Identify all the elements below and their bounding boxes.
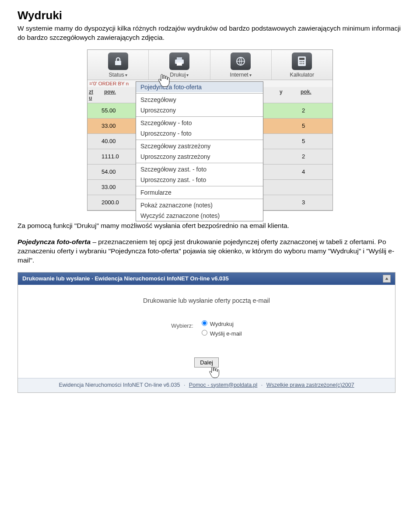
toolbar-calculator-button[interactable]: Kalkulator bbox=[272, 50, 332, 80]
svg-point-11 bbox=[301, 63, 303, 64]
cell-pok: 3 bbox=[300, 199, 332, 206]
svg-rect-2 bbox=[177, 57, 182, 60]
menu-item[interactable]: Uproszczony zast. - foto bbox=[136, 175, 263, 185]
toolbar-print-label: Drukuj bbox=[170, 72, 186, 78]
menu-separator bbox=[136, 140, 263, 140]
svg-point-8 bbox=[301, 61, 303, 63]
menu-item[interactable]: Pokaż zaznaczone (notes) bbox=[136, 200, 263, 210]
calculator-icon bbox=[292, 52, 312, 70]
menu-item[interactable]: Szczegółowy zast. - foto bbox=[136, 164, 263, 175]
printer-icon bbox=[169, 52, 189, 70]
cell-pok: 4 bbox=[300, 168, 332, 175]
hand-cursor-icon bbox=[158, 74, 170, 88]
radio-email-input[interactable] bbox=[202, 330, 207, 336]
footer-help-link[interactable]: Pomoc - system@poldata.pl bbox=[189, 382, 258, 388]
radio-send-email[interactable]: Wyślij e-mail bbox=[200, 329, 242, 337]
dialog-heading: Drukowanie lub wysłanie oferty pocztą e-… bbox=[22, 297, 391, 304]
toolbar-internet-label: Internet bbox=[230, 72, 248, 78]
footer-app-name: Ewidencja Nieruchomości InfoNET On-line … bbox=[59, 382, 180, 388]
header-col-y: y bbox=[278, 87, 299, 103]
menu-separator bbox=[136, 199, 263, 199]
svg-rect-0 bbox=[115, 61, 121, 65]
svg-point-10 bbox=[300, 63, 301, 64]
para-drukuj-email: Za pomocą funkcji "Drukuj" mamy możliwoś… bbox=[18, 221, 402, 231]
menu-item[interactable]: Wyczyść zaznaczone (notes) bbox=[136, 210, 263, 221]
radio-print[interactable]: Wydrukuj bbox=[200, 319, 242, 327]
svg-rect-3 bbox=[177, 63, 182, 66]
header-col-pok[interactable]: pok. bbox=[299, 87, 332, 103]
menu-separator bbox=[136, 163, 263, 163]
term-foto-oferta: Pojedyncza foto-oferta bbox=[18, 238, 91, 245]
toolbar-status-label: Status bbox=[108, 72, 124, 78]
cell-pok: 2 bbox=[300, 107, 332, 114]
cell-pok: 5 bbox=[300, 122, 332, 129]
choose-label: Wybierz: bbox=[171, 319, 193, 338]
toolbar-status-button[interactable]: Status▾ bbox=[88, 50, 149, 80]
globe-icon bbox=[231, 52, 251, 70]
hand-cursor-icon bbox=[208, 366, 220, 379]
footer-rights-link[interactable]: Wszelkie prawa zastrzeżone(c)2007 bbox=[266, 382, 354, 388]
menu-item[interactable]: Formularze bbox=[136, 187, 263, 198]
dialog-footer: Ewidencja Nieruchomości InfoNET On-line … bbox=[18, 378, 395, 392]
menu-item[interactable]: Uproszczony - foto bbox=[136, 128, 263, 139]
cell-pok: 5 bbox=[300, 138, 332, 144]
menu-separator bbox=[136, 116, 263, 117]
svg-point-9 bbox=[303, 61, 304, 63]
menu-item[interactable]: Uproszczony zastrzeżony bbox=[136, 151, 263, 162]
toolbar-internet-button[interactable]: Internet▾ bbox=[210, 50, 272, 80]
toolbar: Status▾ Drukuj▾ Internet▾ Kalkulator bbox=[88, 50, 332, 80]
menu-item[interactable]: Szczegółowy bbox=[136, 94, 263, 105]
menu-item[interactable]: Uproszczony bbox=[136, 105, 263, 116]
dialog-title: Drukowanie lub wysłanie · Ewidencja Nier… bbox=[22, 275, 229, 282]
print-dropdown-menu[interactable]: Pojedyńcza foto-ofertaSzczegółowyUproszc… bbox=[136, 81, 263, 221]
menu-item[interactable]: Pojedyńcza foto-oferta bbox=[136, 82, 263, 92]
radio-print-input[interactable] bbox=[202, 320, 207, 326]
svg-point-12 bbox=[303, 63, 304, 64]
svg-rect-6 bbox=[299, 58, 304, 60]
scroll-up-icon[interactable] bbox=[383, 275, 391, 283]
screenshot-print-dialog: Drukowanie lub wysłanie · Ewidencja Nier… bbox=[18, 272, 396, 393]
dialog-titlebar: Drukowanie lub wysłanie · Ewidencja Nier… bbox=[18, 273, 395, 285]
menu-separator bbox=[136, 186, 263, 186]
para-foto-oferta: Pojedyncza foto-oferta – przeznaczeniem … bbox=[18, 238, 402, 265]
toolbar-calculator-label: Kalkulator bbox=[290, 72, 315, 78]
menu-separator bbox=[136, 93, 263, 94]
lock-icon bbox=[108, 52, 128, 70]
intro-paragraph: W systemie mamy do dyspozycji kilka różn… bbox=[18, 24, 402, 42]
menu-item[interactable]: Szczegółowy - foto bbox=[136, 118, 263, 128]
menu-item[interactable]: Szczegółowy zastrzeżony bbox=[136, 141, 263, 151]
svg-point-7 bbox=[300, 61, 301, 63]
header-col-zt: zt u bbox=[88, 87, 102, 103]
cell-pok: 2 bbox=[300, 153, 332, 160]
screenshot-toolbar-dropdown: Status▾ Drukuj▾ Internet▾ Kalkulator ='0… bbox=[87, 49, 333, 211]
page-title: Wydruki bbox=[18, 9, 402, 22]
